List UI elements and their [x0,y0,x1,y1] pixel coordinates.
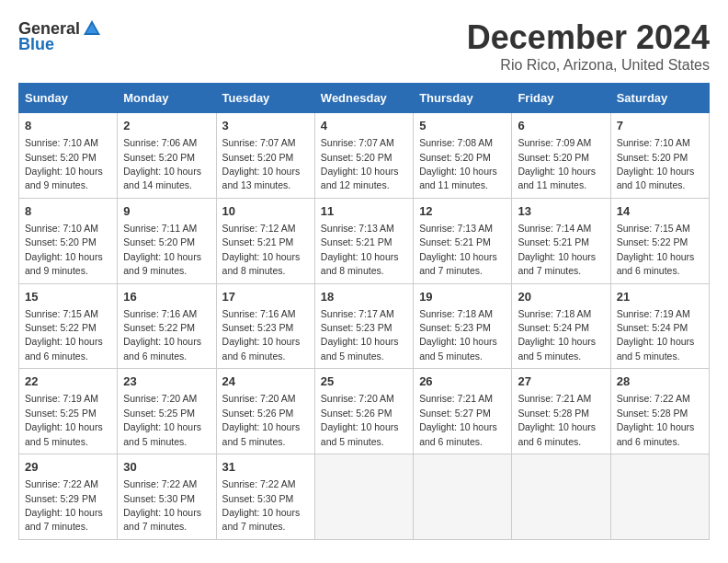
calendar-cell: 23Sunrise: 7:20 AM Sunset: 5:25 PM Dayli… [118,369,216,454]
day-info: Sunrise: 7:15 AM Sunset: 5:22 PM Dayligh… [25,308,103,362]
calendar-cell: 29Sunrise: 7:22 AM Sunset: 5:29 PM Dayli… [19,454,118,540]
day-number: 21 [617,289,703,305]
weekday-header-friday: Friday [512,84,610,113]
calendar-cell [512,454,610,540]
day-number: 17 [222,289,309,305]
day-number: 29 [25,459,111,476]
day-number: 20 [518,289,604,305]
day-info: Sunrise: 7:19 AM Sunset: 5:24 PM Dayligh… [617,308,695,362]
day-number: 30 [123,459,210,476]
calendar-week-row: 29Sunrise: 7:22 AM Sunset: 5:29 PM Dayli… [19,454,710,540]
day-info: Sunrise: 7:10 AM Sunset: 5:20 PM Dayligh… [617,137,695,190]
day-info: Sunrise: 7:11 AM Sunset: 5:20 PM Dayligh… [123,223,201,276]
day-info: Sunrise: 7:22 AM Sunset: 5:28 PM Dayligh… [617,393,695,446]
calendar-cell: 13Sunrise: 7:14 AM Sunset: 5:21 PM Dayli… [512,198,610,283]
day-info: Sunrise: 7:16 AM Sunset: 5:23 PM Dayligh… [222,308,301,362]
day-info: Sunrise: 7:07 AM Sunset: 5:20 PM Dayligh… [321,137,399,190]
day-number: 8 [25,118,111,134]
day-number: 26 [419,373,506,390]
calendar-cell: 12Sunrise: 7:13 AM Sunset: 5:21 PM Dayli… [414,198,512,283]
calendar-cell [414,454,512,540]
calendar-cell: 17Sunrise: 7:16 AM Sunset: 5:23 PM Dayli… [216,283,314,369]
calendar-week-row: 15Sunrise: 7:15 AM Sunset: 5:22 PM Dayli… [19,283,710,369]
day-info: Sunrise: 7:13 AM Sunset: 5:21 PM Dayligh… [321,223,399,276]
day-number: 28 [617,373,703,390]
calendar-subtitle: Rio Rico, Arizona, United States [467,57,710,74]
day-info: Sunrise: 7:21 AM Sunset: 5:27 PM Dayligh… [419,393,497,446]
weekday-header-tuesday: Tuesday [216,84,314,113]
day-number: 11 [321,203,407,220]
title-section: December 2024 Rio Rico, Arizona, United … [467,18,710,74]
calendar-cell: 21Sunrise: 7:19 AM Sunset: 5:24 PM Dayli… [610,283,709,369]
calendar-cell: 14Sunrise: 7:15 AM Sunset: 5:22 PM Dayli… [610,198,709,283]
calendar-cell: 9Sunrise: 7:11 AM Sunset: 5:20 PM Daylig… [118,198,216,283]
calendar-cell: 30Sunrise: 7:22 AM Sunset: 5:30 PM Dayli… [118,454,216,540]
weekday-header-monday: Monday [118,84,216,113]
day-info: Sunrise: 7:20 AM Sunset: 5:26 PM Dayligh… [321,393,399,446]
logo-blue-text: Blue [18,35,54,54]
day-info: Sunrise: 7:22 AM Sunset: 5:29 PM Dayligh… [25,478,103,532]
day-number: 10 [222,203,309,220]
calendar-cell: 11Sunrise: 7:13 AM Sunset: 5:21 PM Dayli… [314,198,413,283]
weekday-header-row: SundayMondayTuesdayWednesdayThursdayFrid… [19,84,710,113]
day-number: 27 [518,373,604,390]
calendar-cell [610,454,709,540]
day-info: Sunrise: 7:22 AM Sunset: 5:30 PM Dayligh… [222,478,301,532]
calendar-cell: 18Sunrise: 7:17 AM Sunset: 5:23 PM Dayli… [314,283,413,369]
calendar-week-row: 8Sunrise: 7:10 AM Sunset: 5:20 PM Daylig… [19,113,710,199]
day-info: Sunrise: 7:10 AM Sunset: 5:20 PM Dayligh… [25,137,103,190]
day-number: 2 [123,118,210,134]
page-header: General Blue December 2024 Rio Rico, Ari… [18,18,710,74]
calendar-cell: 27Sunrise: 7:21 AM Sunset: 5:28 PM Dayli… [512,369,610,454]
day-number: 7 [617,118,703,134]
day-number: 16 [123,289,210,305]
calendar-cell: 24Sunrise: 7:20 AM Sunset: 5:26 PM Dayli… [216,369,314,454]
day-info: Sunrise: 7:13 AM Sunset: 5:21 PM Dayligh… [419,223,497,276]
calendar-cell: 22Sunrise: 7:19 AM Sunset: 5:25 PM Dayli… [19,369,118,454]
calendar-table: SundayMondayTuesdayWednesdayThursdayFrid… [18,83,710,540]
calendar-cell: 2Sunrise: 7:06 AM Sunset: 5:20 PM Daylig… [118,113,216,199]
day-info: Sunrise: 7:09 AM Sunset: 5:20 PM Dayligh… [518,137,596,190]
day-info: Sunrise: 7:20 AM Sunset: 5:25 PM Dayligh… [123,393,201,446]
calendar-cell: 20Sunrise: 7:18 AM Sunset: 5:24 PM Dayli… [512,283,610,369]
day-number: 24 [222,373,309,390]
day-info: Sunrise: 7:18 AM Sunset: 5:23 PM Dayligh… [419,308,497,362]
day-info: Sunrise: 7:06 AM Sunset: 5:20 PM Dayligh… [123,137,201,190]
calendar-cell: 5Sunrise: 7:08 AM Sunset: 5:20 PM Daylig… [414,113,512,199]
day-number: 19 [419,289,506,305]
day-number: 12 [419,203,506,220]
day-info: Sunrise: 7:14 AM Sunset: 5:21 PM Dayligh… [518,223,596,276]
calendar-cell: 10Sunrise: 7:12 AM Sunset: 5:21 PM Dayli… [216,198,314,283]
calendar-cell: 6Sunrise: 7:09 AM Sunset: 5:20 PM Daylig… [512,113,610,199]
weekday-header-thursday: Thursday [414,84,512,113]
calendar-cell: 8Sunrise: 7:10 AM Sunset: 5:20 PM Daylig… [19,113,118,199]
day-info: Sunrise: 7:18 AM Sunset: 5:24 PM Dayligh… [518,308,596,362]
calendar-cell: 15Sunrise: 7:15 AM Sunset: 5:22 PM Dayli… [19,283,118,369]
day-info: Sunrise: 7:08 AM Sunset: 5:20 PM Dayligh… [419,137,497,190]
day-info: Sunrise: 7:21 AM Sunset: 5:28 PM Dayligh… [518,393,596,446]
weekday-header-wednesday: Wednesday [314,84,413,113]
day-info: Sunrise: 7:15 AM Sunset: 5:22 PM Dayligh… [617,223,695,276]
day-info: Sunrise: 7:17 AM Sunset: 5:23 PM Dayligh… [321,308,399,362]
day-number: 9 [123,203,210,220]
day-number: 22 [25,373,111,390]
calendar-cell: 28Sunrise: 7:22 AM Sunset: 5:28 PM Dayli… [610,369,709,454]
calendar-cell: 16Sunrise: 7:16 AM Sunset: 5:22 PM Dayli… [118,283,216,369]
day-info: Sunrise: 7:16 AM Sunset: 5:22 PM Dayligh… [123,308,201,362]
day-number: 31 [222,459,309,476]
day-number: 14 [617,203,703,220]
calendar-cell: 26Sunrise: 7:21 AM Sunset: 5:27 PM Dayli… [414,369,512,454]
day-number: 25 [321,373,407,390]
day-number: 5 [419,118,506,134]
calendar-cell [314,454,413,540]
day-info: Sunrise: 7:19 AM Sunset: 5:25 PM Dayligh… [25,393,103,446]
day-info: Sunrise: 7:22 AM Sunset: 5:30 PM Dayligh… [123,478,201,532]
day-number: 3 [222,118,309,134]
day-number: 4 [321,118,407,134]
day-number: 15 [25,289,111,305]
weekday-header-saturday: Saturday [610,84,709,113]
calendar-cell: 4Sunrise: 7:07 AM Sunset: 5:20 PM Daylig… [314,113,413,199]
logo: General Blue [18,18,102,54]
day-number: 8 [25,203,111,220]
calendar-cell: 3Sunrise: 7:07 AM Sunset: 5:20 PM Daylig… [216,113,314,199]
